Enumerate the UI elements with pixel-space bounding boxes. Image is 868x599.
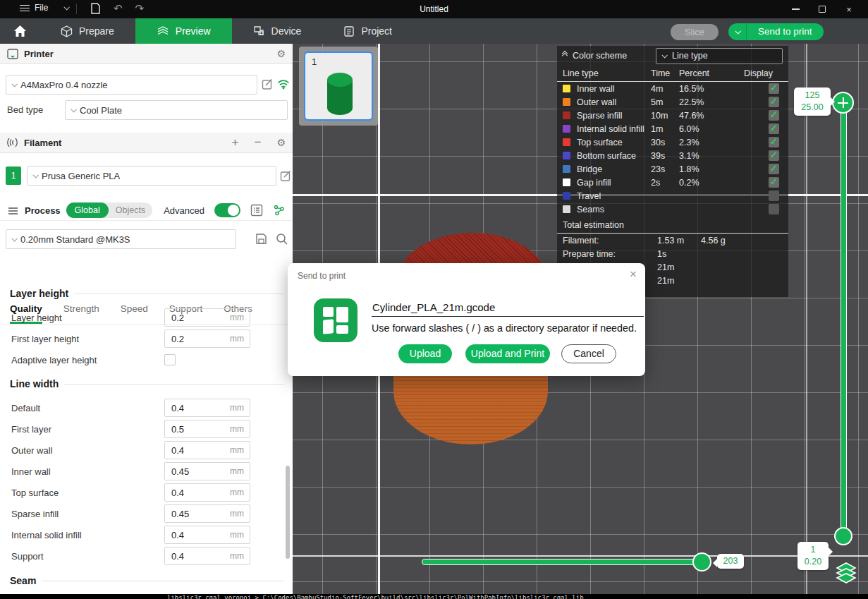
layers-view-icon[interactable] bbox=[834, 561, 858, 583]
display-checkbox[interactable]: ✓ bbox=[769, 97, 779, 107]
parameter-dots-icon[interactable] bbox=[273, 204, 286, 217]
tab-device[interactable]: Device bbox=[232, 18, 323, 44]
layer-slider-top-handle[interactable] bbox=[832, 92, 854, 114]
printer-preset-value: A4MaxPro 0.4 nozzle bbox=[20, 80, 108, 90]
filament-section-title: Filament bbox=[24, 138, 61, 148]
line-width-top-surface-input[interactable] bbox=[165, 488, 221, 498]
scope-global-option[interactable]: Global bbox=[66, 202, 109, 218]
col-time: Time bbox=[651, 68, 679, 78]
tab-strength[interactable]: Strength bbox=[63, 303, 99, 324]
upload-and-print-button[interactable]: Upload and Print bbox=[465, 344, 550, 363]
filament-slot-badge[interactable]: 1 bbox=[6, 167, 21, 185]
remove-filament-button[interactable]: − bbox=[255, 135, 262, 150]
maximize-button[interactable] bbox=[809, 0, 836, 18]
layer-bottom-height: 0.20 bbox=[802, 556, 824, 568]
send-to-print-split-button[interactable]: Send to print bbox=[728, 23, 824, 40]
scope-objects-option[interactable]: Objects bbox=[109, 205, 152, 215]
line-width-internal-solid-input[interactable] bbox=[165, 530, 221, 540]
terminal-text: libslic3r_cgal_voronoi > C:\Codes\BambuS… bbox=[167, 594, 584, 599]
display-checkbox[interactable] bbox=[769, 204, 779, 214]
printer-preset-dropdown[interactable]: A4MaxPro 0.4 nozzle bbox=[6, 75, 257, 95]
process-preset-value: 0.20mm Standard @MK3S bbox=[20, 234, 130, 245]
display-checkbox[interactable]: ✓ bbox=[769, 123, 779, 134]
object-list-icon[interactable] bbox=[250, 204, 263, 217]
seam-group-title: Seam bbox=[10, 575, 284, 586]
filename-input[interactable] bbox=[372, 300, 644, 317]
move-slider-track[interactable] bbox=[422, 559, 711, 565]
search-preset-icon[interactable] bbox=[276, 233, 288, 246]
line-width-sparse-infill-field: mm bbox=[164, 504, 250, 523]
move-slider-handle[interactable] bbox=[692, 552, 711, 571]
plate-thumbnail-card[interactable]: 1 bbox=[304, 52, 373, 121]
color-swatch bbox=[563, 98, 570, 106]
slice-button[interactable]: Slice bbox=[671, 24, 719, 40]
settings-sidebar: Printer ⚙ A4MaxPro 0.4 nozzle Bed type C… bbox=[0, 44, 293, 594]
filament-preset-value: Prusa Generic PLA bbox=[42, 171, 120, 181]
unit-label: mm bbox=[230, 509, 244, 519]
line-width-outer-wall-input[interactable] bbox=[165, 445, 221, 456]
display-checkbox[interactable]: ✓ bbox=[769, 177, 779, 188]
legend-row: Travel bbox=[557, 189, 788, 202]
layer-slider-bottom-handle[interactable] bbox=[834, 527, 852, 545]
color-swatch bbox=[563, 138, 570, 146]
plate-thumbnail[interactable]: 1 bbox=[299, 47, 378, 126]
display-checkbox[interactable]: ✓ bbox=[769, 150, 779, 161]
line-width-top-surface-field: mm bbox=[164, 483, 250, 502]
line-width-support-label: Support bbox=[11, 551, 44, 562]
bed-type-dropdown[interactable]: Cool Plate bbox=[65, 100, 288, 120]
tab-project[interactable]: Project bbox=[322, 18, 413, 44]
edit-printer-icon[interactable] bbox=[262, 78, 274, 90]
line-width-default-input[interactable] bbox=[165, 403, 221, 413]
printer-settings-gear-icon[interactable]: ⚙ bbox=[276, 48, 286, 59]
edit-filament-icon[interactable] bbox=[280, 170, 292, 182]
filament-settings-gear-icon[interactable]: ⚙ bbox=[276, 137, 286, 148]
layer-height-input[interactable] bbox=[165, 313, 221, 323]
line-width-sparse-infill-input[interactable] bbox=[165, 509, 221, 519]
color-scheme-label[interactable]: Color scheme bbox=[573, 51, 627, 61]
col-line-type: Line type bbox=[563, 68, 651, 78]
save-preset-icon[interactable] bbox=[255, 233, 267, 245]
dialog-close-icon[interactable]: × bbox=[630, 267, 637, 282]
tab-preview[interactable]: Preview bbox=[135, 18, 232, 44]
view-mode-dropdown[interactable]: Line type bbox=[656, 48, 783, 64]
process-scope-segment[interactable]: Global Objects bbox=[66, 202, 153, 218]
close-button[interactable]: × bbox=[836, 0, 862, 18]
first-layer-height-input[interactable] bbox=[165, 334, 221, 344]
display-checkbox[interactable]: ✓ bbox=[769, 83, 779, 94]
sidebar-scrollbar[interactable] bbox=[286, 466, 290, 559]
cancel-button[interactable]: Cancel bbox=[561, 344, 616, 363]
send-to-print-dialog: Send to print × Use forward slashes ( / … bbox=[288, 263, 645, 376]
display-checkbox[interactable]: ✓ bbox=[769, 164, 779, 174]
layer-slider-track[interactable] bbox=[841, 102, 847, 536]
printer-icon bbox=[7, 49, 18, 59]
grid-line bbox=[293, 555, 868, 557]
legend-row: Seams bbox=[557, 202, 788, 216]
display-checkbox[interactable] bbox=[769, 190, 779, 201]
send-to-print-label: Send to print bbox=[747, 23, 824, 40]
tab-speed[interactable]: Speed bbox=[121, 303, 148, 324]
stat-prepare-time: Prepare time:1s bbox=[557, 247, 788, 260]
adaptive-layer-height-checkbox[interactable] bbox=[164, 354, 176, 365]
plate-number: 1 bbox=[312, 56, 317, 67]
upload-button[interactable]: Upload bbox=[398, 344, 452, 363]
wifi-connection-icon[interactable] bbox=[277, 78, 290, 90]
display-checkbox[interactable]: ✓ bbox=[769, 110, 779, 121]
tab-prepare[interactable]: Prepare bbox=[39, 18, 135, 44]
display-checkbox[interactable]: ✓ bbox=[769, 137, 779, 147]
process-preset-dropdown[interactable]: 0.20mm Standard @MK3S bbox=[6, 229, 236, 249]
add-filament-button[interactable]: + bbox=[232, 135, 239, 150]
minimize-button[interactable] bbox=[782, 0, 809, 18]
send-dropdown-arrow[interactable] bbox=[728, 23, 747, 40]
collapse-panel-icon[interactable] bbox=[563, 54, 567, 58]
filament-preset-dropdown[interactable]: Prusa Generic PLA bbox=[27, 166, 276, 186]
legend-row: Gap infill2s0.2%✓ bbox=[557, 176, 788, 189]
line-width-inner-wall-input[interactable] bbox=[165, 466, 221, 477]
line-width-first-layer-input[interactable] bbox=[165, 424, 221, 435]
unit-label: mm bbox=[230, 424, 244, 434]
line-width-support-input[interactable] bbox=[165, 551, 221, 562]
advanced-toggle[interactable] bbox=[214, 203, 240, 217]
home-button[interactable] bbox=[0, 18, 39, 44]
move-slider-tooltip: 203 bbox=[717, 554, 744, 569]
unit-label: mm bbox=[230, 445, 244, 455]
legend-row: Sparse infill10m47.6%✓ bbox=[557, 109, 788, 122]
